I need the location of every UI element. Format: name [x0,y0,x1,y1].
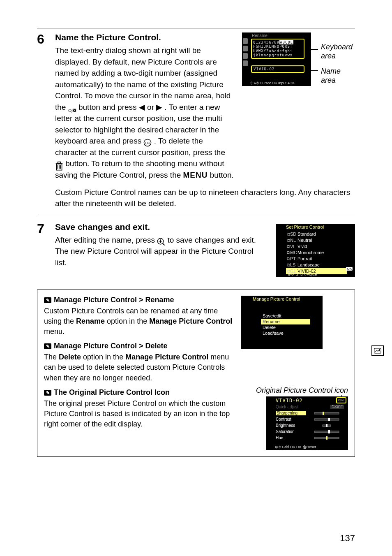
rename-dialog-screenshot: Rename 0123456789ABCDE FGHIJKLMNOPQRST U… [242,32,311,86]
svg-rect-25 [326,424,327,427]
svg-rect-26 [314,431,339,433]
svg-rect-22 [314,419,339,420]
step-6-paragraph-2: Custom Picture Control names can be up t… [55,187,355,209]
rename-footer: ⯐⊕⯑Cursor OK Input ⊕OK [250,81,295,85]
kbd-row-0a: 0123456789 [253,40,279,44]
kbd-row-3: jklmnopqrstuvwx [253,53,302,57]
step-7-number: 7 [37,222,48,277]
svg-text:OK: OK [145,141,150,146]
name-area: VIVID-02 [251,65,304,73]
edit-hue: Hue [276,436,283,440]
setpc-footer: ⊕⯑ Grid ↻Adjust [288,272,317,276]
name-area-annotation: Name area [321,67,355,85]
margin-picture-control-icon [371,345,384,356]
original-icon-caption: Original Picture Control icon [241,386,348,395]
setpc-item-landscape: ⧉LSLandscape [286,262,347,268]
annot-line [306,49,318,50]
step-6-number: 6 [37,32,48,209]
pencil-icon: ✎ [44,390,51,396]
mpc-saveedit: Save/edit [261,313,310,319]
note-delete-heading: ✎Manage Picture Control > Delete [44,342,233,350]
step-6-figure: Rename 0123456789ABCDE FGHIJKLMNOPQRST U… [242,32,355,181]
svg-rect-29 [326,436,327,440]
step-6: 6 Name the Picture Control. The text-ent… [37,32,355,209]
edit-off-badge: ⮌OFF [330,405,344,409]
left-arrow-icon: ◀ [139,103,145,111]
rename-title: Rename [252,33,267,38]
step-7-heading: Save changes and exit. [55,222,261,232]
svg-rect-5 [74,110,75,111]
svg-rect-27 [328,430,330,433]
edit-sharpening: Sharpening [276,411,306,415]
kbd-row-2: UVWXYZabcdefghi [253,49,302,53]
manage-picture-control-screenshot: Manage Picture Control Save/edit Rename … [241,296,323,349]
step6-p1-a: The text-entry dialog shown at right wil… [55,46,231,111]
svg-rect-12 [58,162,61,163]
setpc-item-neutral: ⧉NLNeutral [286,237,347,243]
edit-title: VIVID-02 [276,398,303,403]
menu-label: MENU [183,171,208,179]
step6-p1-g: button. [210,171,234,179]
setpc-item-vivid: ⧉VIVivid [286,243,347,250]
step-7-paragraph: After editing the name, press to save ch… [55,234,261,269]
mpc-rename: Rename [261,319,310,324]
cam-sidebar-tab [243,60,248,66]
mpc-title: Manage Picture Control [253,297,300,301]
svg-rect-6 [73,111,74,112]
edit-picture-control-screenshot: VIVID-02 ⧉VI ⮌OFF Quick adjust Sharpenin… [266,396,348,450]
step-7: 7 Save changes and exit. After editing t… [37,222,355,277]
kbd-row-0b: ABCDE [279,40,293,44]
name-value: VIVID-02 [254,67,274,71]
note-rename-heading: ✎Manage Picture Control > Rename [44,296,233,304]
step-6-paragraph-1: The text-entry dialog shown at right wil… [55,45,235,181]
note-rename-paragraph: Custom Picture Controls can be renamed a… [44,306,233,337]
pencil-icon: ✎ [44,297,51,303]
cam-sidebar-tab [243,46,248,51]
trash-icon [55,161,63,167]
original-icon-badge: ⧉VI [336,397,346,403]
top-rule [37,28,355,28]
edit-footer: ⊕⯑Grid OK OK 🗑Reset [275,445,316,449]
pencil-icon: ✎ [44,343,51,349]
set-picture-control-screenshot: Set Picture Control ⧉SDStandard ⧉NLNeutr… [276,224,355,277]
edit-brightness: Brightness [276,423,295,428]
step6-p1-b: button and press [78,103,139,111]
svg-point-0 [69,109,71,112]
step-6-heading: Name the Picture Control. [55,32,235,42]
step6-p1-c: or [147,103,156,111]
svg-rect-3 [73,109,74,110]
cam-sidebar-tab [243,38,248,44]
cam-sidebar-tab [243,53,248,59]
page-number: 137 [340,533,355,544]
keyboard-area-annotation: Keyboard area [321,43,355,60]
ok-circle-icon: OK [143,139,152,144]
svg-line-1 [71,111,71,112]
note-original-heading: ✎The Original Picture Control Icon [44,388,233,397]
setpc-item-standard: ⧉SDStandard [286,231,347,237]
svg-point-31 [379,349,380,350]
note-delete-paragraph: The Delete option in the Manage Picture … [44,352,233,383]
note-original-paragraph: The original preset Picture Control on w… [44,398,233,430]
setpc-ok-badge: OK [346,267,353,271]
keyboard-area: 0123456789ABCDE FGHIJKLMNOPQRST UVWXYZab… [251,39,304,59]
mid-rule [37,217,355,217]
svg-rect-23 [328,418,330,421]
setpc-item-monochrome: ⧉MCMonochrome [286,250,347,256]
right-arrow-icon: ▶ [156,103,162,111]
svg-rect-4 [75,109,76,110]
zoom-out-checker-icon [68,105,76,111]
notes-box: ✎Manage Picture Control > Rename Custom … [37,290,355,457]
zoom-in-icon [157,238,165,243]
edit-contrast: Contrast [276,417,291,422]
svg-rect-20 [314,412,339,414]
mpc-delete: Delete [261,324,310,330]
setpc-title: Set Picture Control [286,225,324,229]
edit-saturation: Saturation [276,429,295,434]
svg-rect-21 [323,412,324,415]
kbd-row-1: FGHIJKLMNOPQRST [253,44,302,49]
mpc-loadsave: Load/save [261,330,310,336]
setpc-item-portrait: ⧉PTPortrait [286,256,347,262]
step7-pa: After editing the name, press [55,236,157,244]
chevron-right-icon: ▶ [316,319,320,324]
svg-rect-7 [75,111,76,112]
